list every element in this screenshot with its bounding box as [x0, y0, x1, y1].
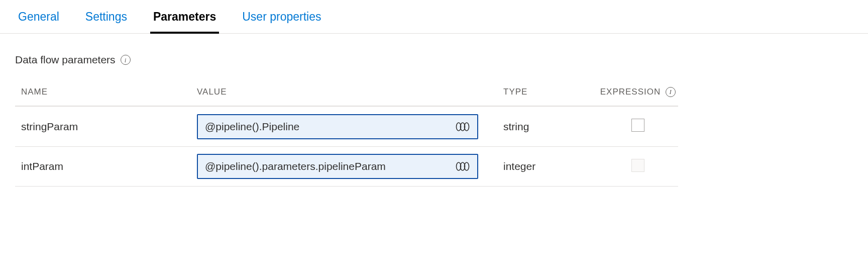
section-title-text: Data flow parameters — [15, 54, 116, 66]
col-name: NAME — [15, 83, 191, 101]
tab-general[interactable]: General — [15, 5, 62, 34]
value-text: @pipeline().Pipeline — [205, 121, 299, 133]
table-header: NAME VALUE TYPE EXPRESSION i — [15, 78, 678, 106]
param-type: integer — [497, 156, 588, 176]
table-row: stringParam @pipeline().Pipeline string — [15, 106, 678, 146]
tabs-bar: General Settings Parameters User propert… — [0, 0, 868, 34]
col-expression: EXPRESSION i — [594, 83, 682, 101]
param-value-cell: @pipeline().parameters.pipelineParam — [191, 150, 497, 183]
value-input[interactable]: @pipeline().Pipeline — [197, 114, 478, 139]
info-icon[interactable]: i — [666, 87, 676, 97]
param-expression — [625, 115, 650, 138]
dynamic-content-icon[interactable] — [455, 122, 470, 132]
col-value: VALUE — [191, 83, 497, 101]
param-name: intParam — [15, 156, 191, 176]
tab-parameters[interactable]: Parameters — [150, 5, 219, 34]
table-row: intParam @pipeline().parameters.pipeline… — [15, 146, 678, 187]
info-icon[interactable]: i — [121, 55, 131, 65]
param-expression — [625, 155, 650, 178]
param-value-cell: @pipeline().Pipeline — [191, 110, 497, 143]
tab-settings[interactable]: Settings — [82, 5, 130, 34]
section-title: Data flow parameters i — [15, 54, 131, 66]
param-name: stringParam — [15, 117, 191, 137]
value-text: @pipeline().parameters.pipelineParam — [205, 160, 386, 172]
expression-checkbox[interactable] — [631, 119, 644, 132]
col-expression-label: EXPRESSION — [600, 87, 661, 97]
param-type: string — [497, 117, 588, 137]
tab-user-properties[interactable]: User properties — [239, 5, 324, 34]
parameters-table: NAME VALUE TYPE EXPRESSION i stringParam… — [15, 78, 678, 187]
col-type: TYPE — [497, 83, 588, 101]
expression-checkbox — [631, 159, 644, 172]
dynamic-content-icon[interactable] — [455, 161, 470, 171]
value-input[interactable]: @pipeline().parameters.pipelineParam — [197, 154, 478, 179]
